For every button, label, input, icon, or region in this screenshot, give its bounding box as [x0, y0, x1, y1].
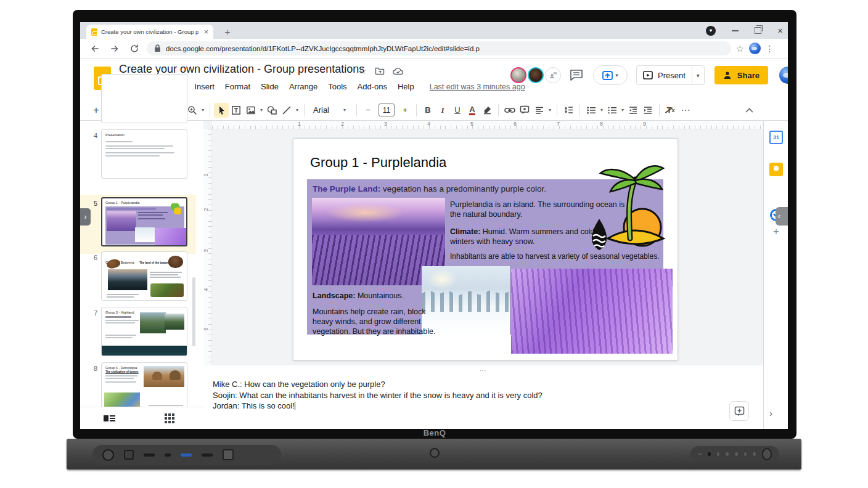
back-icon[interactable]	[88, 41, 102, 56]
slide-thumbnail-5-selected[interactable]: Group 1 - Purplelandia	[101, 197, 187, 246]
bold-button[interactable]: B	[420, 103, 435, 118]
browser-tab[interactable]: Create your own civilization - Group pre…	[86, 25, 213, 39]
note-line[interactable]: Soojin: What can the inhabitants harvest…	[213, 390, 542, 401]
menu-arrange[interactable]: Arrange	[289, 82, 317, 91]
bookmark-star-icon[interactable]: ☆	[736, 44, 744, 54]
url-bar[interactable]: docs.google.com/presentation/d/1FKotLP--…	[147, 41, 731, 55]
move-folder-icon[interactable]	[375, 67, 385, 75]
filmstrip-view-icon[interactable]	[104, 415, 115, 421]
font-caret-icon: ▾	[342, 107, 348, 113]
star-doc-icon[interactable]: ☆	[359, 66, 367, 76]
side-panel-collapse-handle[interactable]: ‹	[776, 207, 788, 226]
zoom-caret-icon[interactable]: ▾	[200, 107, 206, 113]
add-comment-button[interactable]	[517, 103, 532, 118]
insert-line-button[interactable]	[279, 103, 294, 118]
island-clipart[interactable]	[576, 163, 666, 267]
numbered-list-button[interactable]	[605, 103, 620, 118]
window-minimize-button[interactable]	[732, 30, 739, 31]
current-slide[interactable]: Group 1 - Purplelandia The Purple Land: …	[293, 138, 678, 360]
collaborator-avatar-anonymous[interactable]	[545, 67, 561, 83]
browser-profile-avatar[interactable]	[749, 43, 761, 54]
font-size-field[interactable]: 11	[379, 104, 395, 116]
menu-tools[interactable]: Tools	[328, 82, 346, 91]
note-line[interactable]: Jordan: This is so cool!	[213, 401, 542, 412]
browser-circle-badge-icon[interactable]: ♥	[706, 26, 716, 36]
present-button[interactable]: Present ▾	[636, 65, 705, 85]
image-caret-icon[interactable]: ▾	[258, 107, 264, 113]
browser-menu-icon[interactable]: ⋮	[766, 44, 774, 54]
slide-thumbnail-8[interactable]: Group 4 - Domotopia The civilization of …	[101, 362, 187, 412]
filmstrip-expand-handle[interactable]: ›	[80, 208, 91, 226]
filmstrip-scrollbar[interactable]	[192, 277, 195, 346]
line-spacing-button[interactable]	[561, 103, 576, 118]
explore-button[interactable]	[729, 401, 749, 421]
mountains-text[interactable]: Mountains help create rain, block heavy …	[313, 307, 439, 336]
collaborator-avatar-1[interactable]	[510, 67, 526, 83]
window-close-button[interactable]: ×	[777, 26, 783, 35]
google-keep-icon[interactable]	[769, 163, 783, 176]
open-comments-icon[interactable]	[570, 69, 583, 81]
menu-insert[interactable]: Insert	[194, 82, 215, 91]
collaborator-avatar-2[interactable]	[528, 67, 544, 83]
text-color-button[interactable]: A	[465, 103, 480, 118]
side-panel-expand-icon[interactable]: ›	[769, 408, 772, 418]
view-toggle-bar	[80, 407, 203, 429]
increase-font-button[interactable]: +	[398, 103, 412, 118]
menu-slide[interactable]: Slide	[261, 82, 279, 91]
present-caret-icon[interactable]: ▾	[692, 66, 704, 84]
align-button[interactable]	[532, 103, 547, 118]
present-to-meeting-button[interactable]: ▾	[593, 65, 628, 85]
google-calendar-icon[interactable]: 31	[769, 131, 783, 144]
highlight-color-button[interactable]	[480, 103, 494, 118]
slide-thumbnail-4[interactable]: Presentation	[101, 129, 187, 179]
decrease-font-button[interactable]: −	[361, 103, 375, 118]
landscape-text[interactable]: Landscape: Mountainous.	[313, 291, 404, 300]
select-tool-button[interactable]	[214, 103, 229, 118]
notes-resize-handle[interactable]: ⋯	[203, 367, 763, 375]
align-caret-icon[interactable]: ▾	[547, 107, 553, 113]
note-line[interactable]: Mike C.: How can the vegetation only be …	[213, 379, 542, 390]
slide-title-textbox[interactable]: Group 1 - Purplelandia	[310, 155, 446, 171]
window-restore-button[interactable]	[755, 27, 761, 34]
lavender-closeup-photo[interactable]	[511, 269, 673, 354]
cloud-saved-icon[interactable]	[393, 67, 404, 75]
underline-button[interactable]: U	[450, 103, 465, 118]
menu-help[interactable]: Help	[398, 82, 414, 91]
bulleted-list-button[interactable]	[584, 103, 599, 118]
tab-close-icon[interactable]: ×	[204, 28, 208, 36]
share-button[interactable]: Share	[714, 66, 768, 84]
reload-icon[interactable]	[127, 41, 142, 56]
forward-icon[interactable]	[107, 41, 122, 56]
get-addons-button[interactable]: +	[769, 226, 784, 238]
insert-image-button[interactable]	[244, 103, 258, 118]
account-avatar[interactable]	[779, 67, 788, 84]
insert-shape-button[interactable]	[264, 103, 279, 118]
slide-number: 6	[86, 254, 97, 261]
speaker-notes[interactable]: ⋯ Mike C.: How can the vegetation only b…	[203, 365, 763, 429]
slide-thumbnail-7[interactable]: Group 3 - Highland	[101, 307, 187, 356]
font-family-value: Arial	[313, 105, 329, 115]
grid-view-icon[interactable]	[165, 413, 174, 423]
insert-link-button[interactable]	[502, 103, 517, 118]
increase-indent-button[interactable]	[641, 103, 655, 118]
slide-intro-text[interactable]: The Purple Land: vegetation has a predom…	[313, 184, 546, 193]
numbered-caret-icon[interactable]: ▾	[620, 107, 626, 113]
slide-thumbnail-6[interactable]: Group 2 - Beaveria The land of the beave…	[101, 251, 187, 301]
notes-text[interactable]: Mike C.: How can the vegetation only be …	[213, 379, 542, 412]
text-box-button[interactable]	[229, 103, 244, 118]
line-caret-icon[interactable]: ▾	[294, 107, 300, 113]
menu-addons[interactable]: Add-ons	[358, 82, 387, 91]
text-cursor	[295, 402, 295, 410]
decrease-indent-button[interactable]	[626, 103, 641, 118]
hide-menus-icon[interactable]	[745, 108, 753, 113]
italic-button[interactable]: I	[435, 103, 450, 118]
menu-format[interactable]: Format	[225, 82, 250, 91]
slide-thumbnail-partial[interactable]	[101, 74, 187, 123]
clear-formatting-button[interactable]: Tx	[663, 103, 678, 118]
more-toolbar-icon[interactable]: ⋯	[678, 103, 693, 118]
new-tab-button[interactable]: +	[221, 25, 234, 38]
bullets-caret-icon[interactable]: ▾	[599, 107, 605, 113]
font-family-select[interactable]: Arial ▾	[308, 105, 353, 115]
dc-port	[124, 450, 134, 460]
slide-canvas: 1 2 3 4 5 6 7 8 9 1 2 3 4	[203, 121, 763, 365]
